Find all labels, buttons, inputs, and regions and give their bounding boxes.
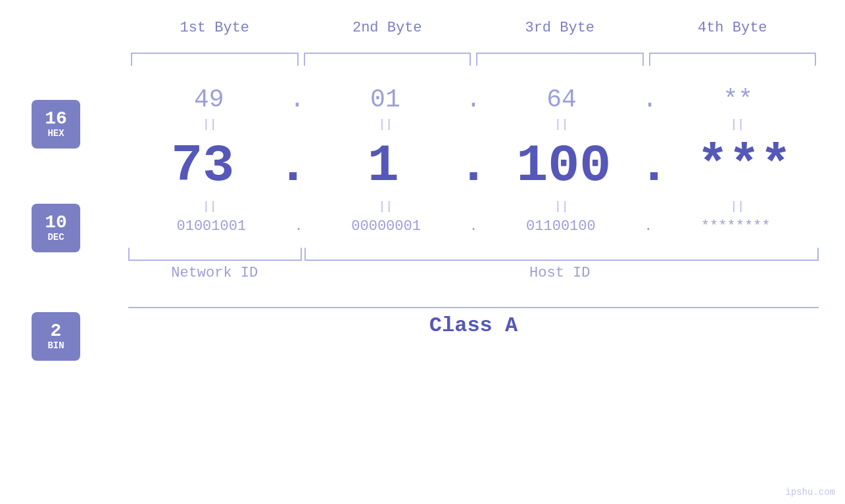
dec-val-3: 100 [516, 136, 611, 196]
hex-val-3: 64 [546, 85, 577, 114]
class-label: Class A [128, 313, 819, 338]
sep-2-2: || [304, 200, 468, 213]
hex-num: 16 [45, 110, 67, 128]
bin-row: 01001001 . 00000001 . 01100100 . *******… [128, 218, 819, 235]
dec-dot-3: . [638, 136, 669, 196]
sep-1-1: || [128, 118, 291, 131]
sep-1-4: || [656, 118, 819, 131]
class-section: Class A [128, 307, 819, 338]
col-header-4: 4th Byte [646, 20, 819, 36]
dec-byte-4: *** [670, 136, 819, 196]
dec-byte-1: 73 [128, 136, 277, 196]
hex-byte-4: ** [658, 85, 819, 114]
bin-label: BIN [47, 340, 64, 352]
network-id-label: Network ID [128, 265, 301, 281]
sep-1-3: || [480, 118, 643, 131]
dec-byte-3: 100 [489, 136, 638, 196]
host-bracket [304, 248, 819, 261]
bin-val-4: ******** [701, 218, 771, 235]
network-bracket [128, 248, 302, 261]
hex-byte-2: 01 [304, 85, 466, 114]
bin-val-1: 01001001 [176, 218, 246, 235]
bin-dot-2: . [469, 218, 477, 235]
dec-label: DEC [47, 232, 64, 243]
sep-row-1: || || || || [128, 118, 819, 131]
hex-byte-1: 49 [128, 85, 289, 114]
hex-dot-2: . [466, 85, 481, 114]
sep-row-2: || || || || [128, 200, 819, 213]
bin-byte-1: 01001001 [128, 218, 295, 235]
bin-num: 2 [51, 322, 62, 340]
hex-val-4: ** [723, 85, 754, 114]
bin-val-2: 00000001 [351, 218, 421, 235]
watermark: ipshu.com [785, 487, 835, 497]
top-bracket-3 [476, 53, 644, 66]
hex-dot-1: . [289, 85, 304, 114]
hex-dot-3: . [642, 85, 658, 114]
ip-grid: 49 . 01 . 64 . ** || || || || [128, 72, 819, 235]
dec-byte-2: 1 [309, 136, 458, 196]
top-bracket-2 [304, 53, 471, 66]
dec-num: 10 [45, 214, 67, 232]
top-bracket-4 [649, 53, 817, 66]
hex-label: HEX [47, 128, 64, 139]
bin-badge: 2 BIN [32, 312, 80, 361]
dec-val-2: 1 [368, 136, 399, 196]
sep-2-3: || [480, 200, 643, 213]
bin-byte-3: 01100100 [478, 218, 644, 235]
bin-val-3: 01100100 [526, 218, 596, 235]
bin-dot-1: . [295, 218, 303, 235]
dec-val-1: 73 [171, 136, 234, 196]
dec-dot-2: . [458, 136, 489, 196]
col-header-3: 3rd Byte [473, 20, 646, 36]
bottom-labels: Network ID Host ID [128, 265, 819, 281]
bin-dot-3: . [644, 218, 652, 235]
dec-val-4: *** [697, 136, 792, 196]
host-id-label: Host ID [301, 265, 819, 281]
hex-row: 49 . 01 . 64 . ** [128, 85, 819, 114]
dec-badge: 10 DEC [32, 204, 80, 252]
bottom-brackets [128, 241, 819, 261]
top-bracket [128, 53, 819, 66]
col-header-2: 2nd Byte [301, 20, 474, 36]
bottom-section: Network ID Host ID [128, 241, 819, 281]
hex-val-1: 49 [194, 85, 224, 114]
main-container: 16 HEX 10 DEC 2 BIN 1st Byte 2nd Byte 3r… [0, 0, 845, 504]
sep-2-1: || [128, 200, 291, 213]
hex-badge: 16 HEX [32, 100, 80, 149]
top-bracket-1 [131, 53, 299, 66]
bin-byte-2: 00000001 [303, 218, 470, 235]
class-line [128, 307, 819, 308]
column-headers: 1st Byte 2nd Byte 3rd Byte 4th Byte [128, 20, 819, 36]
dec-dot-1: . [277, 136, 308, 196]
hex-val-2: 01 [370, 85, 400, 114]
sep-2-4: || [656, 200, 819, 213]
sep-1-2: || [304, 118, 468, 131]
bin-byte-4: ******** [652, 218, 819, 235]
col-header-1: 1st Byte [128, 20, 301, 36]
hex-byte-3: 64 [481, 85, 642, 114]
dec-row: 73 . 1 . 100 . *** [128, 136, 819, 196]
